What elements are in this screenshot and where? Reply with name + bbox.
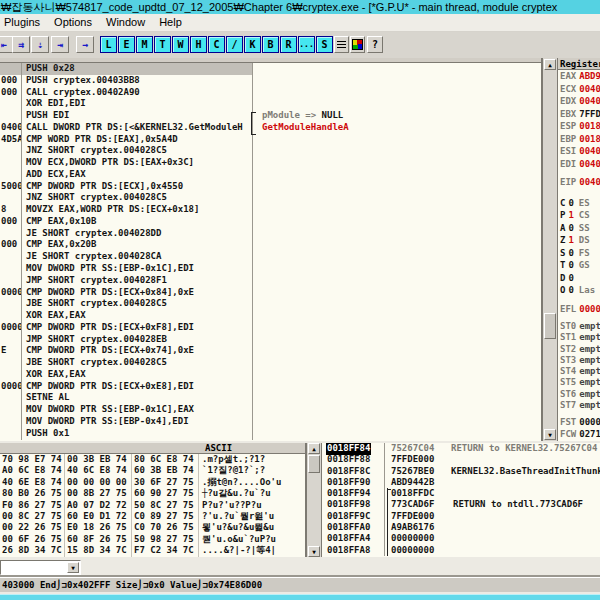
command-input[interactable] [2,562,70,573]
flag-row-s[interactable]: S0FS [558,247,600,260]
stack-scroll-thumb[interactable] [308,455,320,473]
disasm-row[interactable]: XOR EAX,EAX [0,310,541,322]
dump-row[interactable]: 00 22 26 75E0 18 26 75C0 70 26 75묗'u?&u?… [0,522,305,533]
disasm-row[interactable]: MOV DWORD PTR SS:[EBP-0x1C],EDI [0,263,541,275]
register-row-esi[interactable]: ESI0040 [558,145,600,158]
hex-dump-pane[interactable]: ASCII 70 98 E7 7400 3B EB 7480 6C E8 74.… [0,443,306,557]
disasm-row[interactable]: MOV DWORD PTR SS:[EBP-0x1C],EAX [0,404,541,416]
register-row-fst[interactable]: FST0000 [558,417,600,428]
stack-row[interactable]: 0018FF887FFDE000 [322,454,600,465]
register-row-efl[interactable]: EFL0000 [558,303,600,316]
disasm-row[interactable]: PUSH EDIpModule => NULL [0,110,541,122]
toolbar-button-b[interactable]: B [262,36,279,53]
disasm-row[interactable]: JE SHORT cryptex.004028DD [0,228,541,240]
disasm-row[interactable]: 00000CMP DWORD PTR DS:[ECX+0x84],0xE [0,287,541,299]
dump-row[interactable]: 00 8C 27 7560 E0 D1 72C0 89 27 75?'u.?u`… [0,511,305,522]
dump-row[interactable]: 70 98 E7 7400 3B EB 7480 6C E8 74.m?p셑t.… [0,454,305,465]
menu-item-plugins[interactable]: Plugins [0,14,47,31]
stack-row[interactable]: 0018FFA800000000 [322,545,600,556]
windows-list-button[interactable] [334,36,349,53]
disasm-row[interactable]: MOV ECX,DWORD PTR DS:[EAX+0x3C] [0,157,541,169]
register-row-ebx[interactable]: EBX7FFD [558,108,600,121]
menu-item-options[interactable]: Options [47,14,99,31]
execute-till-user-button[interactable]: → [76,36,94,53]
animate-over-button[interactable]: ⇣ [31,36,49,53]
scroll-down-icon[interactable]: ▼ [308,546,320,557]
toolbar-button-t[interactable]: T [154,36,171,53]
stack-row[interactable]: 0018FFA0A9AB6176 [322,522,600,533]
toolbar-button-l[interactable]: L [100,36,117,53]
fpu-row-st0[interactable]: ST0empt [558,321,600,332]
toolbar-button-m[interactable]: M [136,36,153,53]
toolbar-button-k[interactable]: K [244,36,261,53]
scroll-up-icon[interactable]: ▲ [544,59,556,70]
scroll-down-icon[interactable]: ▼ [544,429,556,440]
disasm-row[interactable]: XOR EAX,EAX [0,369,541,381]
disasm-row[interactable]: 000CMP EAX,0x10B [0,216,541,228]
fpu-row-st1[interactable]: ST1empt [558,332,600,343]
flag-row-z[interactable]: Z1DS [558,234,600,247]
fpu-row-st3[interactable]: ST3empt [558,355,600,366]
disasm-row[interactable]: 00000CMP DWORD PTR DS:[ECX+0xF8],EDI [0,322,541,334]
toolbar-button-h[interactable]: H [190,36,207,53]
register-row-edi[interactable]: EDI0040 [558,158,600,171]
disasm-row[interactable]: 000PUSH cryptex.00403BB8 [0,75,541,87]
fpu-row-st6[interactable]: ST6empt [558,389,600,400]
execute-till-return-button[interactable]: ⇥ [51,36,69,53]
fpu-row-st5[interactable]: ST5empt [558,377,600,388]
stack-row[interactable]: 0018FF90ABD9442B [322,477,600,488]
disasm-row[interactable]: JBE SHORT cryptex.004028C5 [0,357,541,369]
register-row-ebp[interactable]: EBP0018 [558,133,600,146]
dump-row[interactable]: 00 6F 26 7560 8F 26 7550 98 27 75퀃'u.o&u… [0,534,305,545]
disassembly-pane[interactable]: PUSH 0x28000PUSH cryptex.00403BB8000CALL… [0,58,542,441]
dump-row[interactable]: A0 6C E8 7440 6C E8 7460 3B EB 74`1?질?@1… [0,465,305,476]
disasm-row[interactable]: ECMP DWORD PTR DS:[ECX+0x74],0xE [0,345,541,357]
stack-row[interactable]: 0018FF940018FFDC [322,488,600,499]
stack-row[interactable]: 0018FF98773CAD6FRETURN to ntdll.773CAD6F [322,499,600,510]
flag-row-t[interactable]: T0GS [558,259,600,272]
flag-row-d[interactable]: D0 [558,272,600,285]
disasm-row[interactable]: MOV DWORD PTR SS:[EBP-0x4],EDI [0,416,541,428]
toolbar-button-r[interactable]: R [280,36,297,53]
disasm-row[interactable]: 4D5ACMP WORD PTR DS:[EAX],0x5A4D [0,134,541,146]
command-combobox[interactable]: ▼ [0,560,81,575]
stack-row[interactable]: 0018FF8475267C04RETURN to KERNEL32.75267… [322,443,600,454]
disasm-row[interactable]: PUSH 0x28 [0,63,541,75]
toolbar-button-e[interactable]: E [118,36,135,53]
flag-row-o[interactable]: O0Las [558,284,600,297]
disasm-row[interactable]: 04000CALL DWORD PTR DS:[<&KERNEL32.GetMo… [0,122,541,134]
disassembly-scrollbar[interactable]: ▲ ▼ [542,58,557,441]
toolbar-button-s[interactable]: S [316,36,333,53]
disasm-row[interactable]: 000CMP EAX,0x20B [0,239,541,251]
register-row-ecx[interactable]: ECX0040 [558,83,600,96]
fpu-row-st4[interactable]: ST4empt [558,366,600,377]
dump-row[interactable]: 80 B0 26 7500 8B 27 7560 90 27 75┼?u갈&u.… [0,488,305,499]
register-row-fcw[interactable]: FCW0271 [558,429,600,440]
disasm-row[interactable]: JNZ SHORT cryptex.004028C5 [0,192,541,204]
disasm-row[interactable]: JNZ SHORT cryptex.004028C5 [0,145,541,157]
disasm-row[interactable]: 8MOVZX EAX,WORD PTR DS:[ECX+0x18] [0,204,541,216]
scroll-up-icon[interactable]: ▲ [308,443,320,454]
menu-item-help[interactable]: Help [152,14,189,31]
stack-row[interactable]: 0018FF9C7FFDE000 [322,511,600,522]
disasm-row[interactable]: PUSH 0x1 [0,428,541,440]
disasm-row[interactable]: JMP SHORT cryptex.004028EB [0,334,541,346]
menu-item-window[interactable]: Window [99,14,152,31]
appearance-button[interactable] [350,36,365,53]
toolbar-button-w[interactable]: W [172,36,189,53]
disasm-row[interactable]: JBE SHORT cryptex.004028C5 [0,298,541,310]
toolbar-button-c[interactable]: C [208,36,225,53]
register-row-edx[interactable]: EDX0040 [558,95,600,108]
register-row-esp[interactable]: ESP0018 [558,120,600,133]
stack-row[interactable]: 0018FF8C75267BE0KERNEL32.BaseThreadInitT… [322,466,600,477]
help-button[interactable]: ? [367,36,383,53]
dump-row[interactable]: 26 8D 34 7C15 8D 34 7CF7 C2 34 7C....&?|… [0,545,305,556]
disasm-row[interactable]: 00000CMP DWORD PTR DS:[ECX+0xE8],EDI [0,381,541,393]
registers-pane[interactable]: Registers EAXABD9ECX0040EDX0040EBX7FFDES… [557,58,600,441]
dump-row[interactable]: 40 6E E8 7400 00 00 0030 6F 27 75.搦t@n?.… [0,477,305,488]
disasm-row[interactable]: JMP SHORT cryptex.004028F1 [0,275,541,287]
disasm-row[interactable]: 000CALL cryptex.00402A90 [0,87,541,99]
disasm-row[interactable]: ADD ECX,EAX [0,169,541,181]
flag-row-c[interactable]: C0ES [558,197,600,210]
disasm-row[interactable]: JE SHORT cryptex.004028CA [0,251,541,263]
